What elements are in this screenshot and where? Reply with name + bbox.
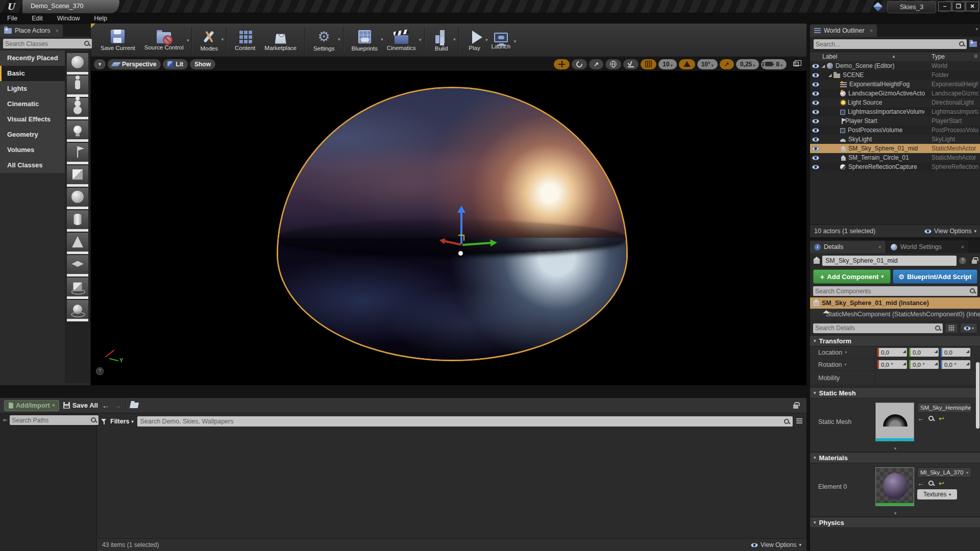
toolbar-modes-button[interactable]: Modes▾ <box>195 28 223 53</box>
visibility-eye-icon[interactable] <box>812 64 819 68</box>
expander-icon[interactable]: ◢ <box>828 73 834 78</box>
help-icon[interactable]: ? <box>959 257 966 264</box>
camera-speed-button[interactable]: 8▾ <box>761 59 787 69</box>
gizmo-origin[interactable] <box>458 251 463 256</box>
static-mesh-dropdown[interactable]: SM_Sky_Hemisphere_01_mid▾ <box>917 403 971 413</box>
placeable-item-plane[interactable] <box>67 255 88 277</box>
rotation-snap-value[interactable]: 10°▾ <box>697 59 718 69</box>
section-transform[interactable]: ▾Transform <box>810 335 980 346</box>
toolbar-launch-button[interactable]: Launch▾ <box>487 30 516 51</box>
panel-menu-caret-icon[interactable]: ▾ <box>975 27 978 32</box>
outliner-row[interactable]: SphereReflectionCaptureSphereReflectionC… <box>810 162 980 171</box>
transform-gizmo[interactable] <box>443 203 509 269</box>
category-geometry[interactable]: Geometry <box>0 127 65 142</box>
section-expander[interactable]: ▼ <box>810 510 980 517</box>
back-arrow-icon[interactable]: ← <box>102 401 110 410</box>
search-classes-input[interactable] <box>5 40 84 47</box>
perspective-button[interactable]: Perspective <box>108 59 161 69</box>
rotation-vy-field[interactable]: 0,0 ° <box>909 360 939 369</box>
close-icon[interactable]: × <box>870 28 873 34</box>
tab-world-settings[interactable]: World Settings × <box>887 241 968 253</box>
maximize-button[interactable]: ❐ <box>952 2 965 11</box>
location-vz-field[interactable]: 0,0 <box>941 348 970 357</box>
gizmo-y-axis[interactable] <box>462 242 491 245</box>
menu-window[interactable]: Window <box>50 13 87 23</box>
location-vx-field[interactable]: 0,0 <box>877 348 907 357</box>
scale-snap-value[interactable]: 0,25▾ <box>736 59 759 69</box>
blueprint-add-script-button[interactable]: ⚙ Blueprint/Add Script <box>893 269 977 284</box>
placeable-item-ball[interactable] <box>67 188 88 209</box>
component-row[interactable]: SM_Sky_Sphere_01_mid (Instance) <box>810 297 980 309</box>
section-physics[interactable]: ▾Physics <box>810 517 980 528</box>
visibility-eye-icon[interactable] <box>812 91 819 96</box>
close-button[interactable]: ✕ <box>966 2 979 11</box>
rotation-vx-field[interactable]: 0,0 ° <box>877 360 907 369</box>
section-static-mesh[interactable]: ▾Static Mesh <box>810 387 980 398</box>
visibility-eye-icon[interactable] <box>812 110 819 114</box>
dropdown-caret-icon[interactable]: ▾ <box>419 37 422 42</box>
visibility-eye-icon[interactable] <box>812 101 819 105</box>
category-cinematic[interactable]: Cinematic <box>0 96 65 112</box>
toolbar-blueprints-button[interactable]: Blueprints▾ <box>347 28 382 53</box>
toolbar-build-button[interactable]: Build▾ <box>428 28 455 53</box>
textures-button[interactable]: Textures▾ <box>917 489 957 499</box>
toolbar-save-current-button[interactable]: Save Current <box>96 28 140 53</box>
outliner-row[interactable]: SkyLightSkyLight <box>810 135 980 144</box>
grid-snap-value[interactable]: 10▾ <box>658 59 676 69</box>
rotation-label[interactable]: Rotation▾ <box>810 359 875 370</box>
search-components-input[interactable] <box>815 288 970 295</box>
world-space-button[interactable] <box>605 59 621 69</box>
material-thumbnail[interactable] <box>875 467 914 506</box>
toolbar-settings-button[interactable]: ⚙Settings▾ <box>309 28 339 53</box>
visibility-eye-icon[interactable] <box>812 73 819 78</box>
category-all-classes[interactable]: All Classes <box>0 158 65 173</box>
material-dropdown[interactable]: MI_Sky_LA_370▾ <box>917 467 971 478</box>
toolbar-marketplace-button[interactable]: Marketplace <box>260 28 301 53</box>
outliner-row[interactable]: PostProcessVolumePostProcessVolume <box>810 126 980 135</box>
placeable-item-cone[interactable] <box>67 233 88 254</box>
show-button[interactable]: Show <box>190 59 215 69</box>
column-menu-icon[interactable]: ≡ <box>974 53 977 60</box>
placeable-item-flag[interactable] <box>67 143 88 164</box>
grid-snap-toggle[interactable] <box>641 59 656 69</box>
placeable-item-sphere[interactable] <box>67 53 88 74</box>
outliner-row[interactable]: Light SourceDirectionalLight <box>810 98 980 107</box>
scale-snap-toggle[interactable]: ↗ <box>720 59 734 69</box>
placeable-item-stack[interactable] <box>67 98 88 119</box>
gizmo-plane-handle[interactable] <box>458 235 464 241</box>
help-icon[interactable]: ? <box>96 367 104 375</box>
cb-view-options-button[interactable]: View Options▾ <box>751 541 801 548</box>
lock-icon[interactable] <box>972 260 977 264</box>
outliner-row[interactable]: LandscapeGizmoActiveActorLandscapeGizmoA… <box>810 89 980 98</box>
sources-toggle-icon[interactable]: ⇤ <box>3 417 8 423</box>
surface-snap-button[interactable] <box>623 59 639 69</box>
tab-world-outliner[interactable]: World Outliner × <box>810 24 877 37</box>
visibility-eye-icon[interactable] <box>812 146 819 151</box>
placeable-item-cube[interactable] <box>67 165 88 187</box>
tab-place-actors[interactable]: Place Actors × <box>0 24 63 37</box>
category-volumes[interactable]: Volumes <box>0 142 65 158</box>
toolbar-cinematics-button[interactable]: Cinematics▾ <box>382 28 421 53</box>
browse-icon[interactable] <box>928 416 934 421</box>
placeable-item-person[interactable] <box>67 76 88 97</box>
actor-name-field[interactable] <box>822 256 957 266</box>
outliner-view-options-button[interactable]: View Options▾ <box>924 228 976 235</box>
category-visual-effects[interactable]: Visual Effects <box>0 112 65 127</box>
rotation-vz-field[interactable]: 0,0 ° <box>941 360 970 369</box>
rotation-snap-toggle[interactable] <box>679 59 695 69</box>
visibility-eye-icon[interactable] <box>812 119 819 123</box>
outliner-row[interactable]: ◢Demo_Scene (Editor)World <box>810 61 980 70</box>
dropdown-caret-icon[interactable]: ▾ <box>338 37 340 42</box>
gizmo-x-axis[interactable] <box>444 240 461 245</box>
visibility-eye-icon[interactable] <box>812 128 819 133</box>
column-type[interactable]: Type <box>932 53 945 60</box>
placeable-item-cyl[interactable] <box>67 210 88 232</box>
add-component-button[interactable]: + Add Component▾ <box>813 269 891 284</box>
use-selected-icon[interactable]: ← <box>917 415 924 422</box>
search-details-input[interactable] <box>815 324 935 332</box>
lit-button[interactable]: Lit <box>163 59 188 69</box>
toolbar-play-button[interactable]: Play▾ <box>462 28 487 53</box>
location-label[interactable]: Location▾ <box>810 346 875 358</box>
location-vy-field[interactable]: 0,0 <box>909 348 939 357</box>
outliner-row[interactable]: ◢SCENEFolder <box>810 70 980 80</box>
